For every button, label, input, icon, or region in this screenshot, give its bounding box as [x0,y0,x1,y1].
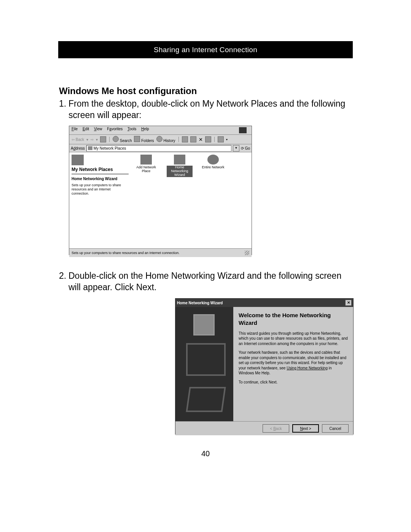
info-pane-subtitle: Home Networking Wizard [72,177,129,181]
icon-add-network-place[interactable]: Add Network Place [133,155,159,173]
wizard-graphic [175,307,233,421]
icon-area: Add Network Place Home Networking Wizard… [131,152,252,248]
address-value: My Network Places [94,146,126,150]
printer-icon [194,315,213,334]
search-icon [113,136,119,142]
step-1: 1.From the desktop, double-click on My N… [59,98,354,121]
up-icon[interactable] [100,136,106,142]
add-network-place-icon [140,155,152,165]
moveto-icon[interactable] [182,136,188,142]
wizard-paragraph-3: To continue, click Next. [239,380,348,385]
folders-icon [134,136,140,142]
page-banner: Sharing an Internet Connection [58,41,353,58]
wizard-paragraph-1: This wizard guides you through setting u… [239,331,348,347]
address-label: Address [71,146,85,150]
step-2-number: 2. [59,270,68,282]
delete-button[interactable]: ✕ [199,137,203,142]
menu-file[interactable]: FFileile [72,127,78,131]
close-button[interactable]: ✕ [345,300,352,306]
next-button[interactable]: Next > [292,424,319,433]
resize-grip-icon[interactable] [245,251,249,255]
status-bar: Sets up your computers to share resource… [69,248,252,257]
page-number: 40 [0,449,411,458]
toolbar: ⇦ Back ▾ ⇨ ▾ Search Folders History ✕ ▾ [69,135,252,144]
monitor-icon [186,343,226,376]
folders-button[interactable]: Folders [134,136,154,143]
computer-icon [88,146,92,150]
laptop-icon [186,387,226,412]
menu-bar: FFileile Edit View Favorites Tools Help [69,126,252,135]
step-2: 2.Double-click on the Home Networking Wi… [59,270,354,293]
status-text: Sets up your computers to share resource… [72,251,180,255]
section-heading: Windows Me host configuration [59,86,197,96]
step-1-number: 1. [59,98,68,110]
menu-favorites[interactable]: Favorites [107,127,123,131]
wizard-text: Welcome to the Home Networking Wizard Th… [233,307,353,421]
using-home-networking-link[interactable]: Using Home Networking [287,366,328,370]
wizard-titlebar: Home Networking Wizard ✕ [175,299,353,307]
info-pane: My Network Places Home Networking Wizard… [69,152,131,248]
menu-tools[interactable]: Tools [127,127,136,131]
icon-label: Home Networking Wizard [167,166,193,177]
icon-label: Entire Network [200,166,226,169]
copyto-icon[interactable] [190,136,196,142]
address-bar: Address My Network Places ▼ ⟳ Go [69,144,252,152]
info-pane-desc: Sets up your computers to share resource… [72,183,129,195]
info-pane-title: My Network Places [72,167,129,172]
history-icon [156,136,162,142]
back-button[interactable]: ⇦ Back [72,137,84,142]
history-button[interactable]: History [156,136,175,143]
icon-entire-network[interactable]: Entire Network [200,155,226,169]
windows-logo-icon [239,127,247,133]
address-input[interactable]: My Network Places [86,145,231,152]
step-1-text: From the desktop, double-click on My Net… [68,98,350,121]
forward-button[interactable]: ⇨ [91,137,94,142]
step-2-text: Double-click on the Home Networking Wiza… [68,270,350,293]
home-networking-wizard-icon [174,155,185,165]
views-icon[interactable] [218,136,224,142]
wizard-heading: Welcome to the Home Networking Wizard [239,312,348,327]
entire-network-icon [207,155,219,165]
wizard-paragraph-2: Your network hardware, such as the devic… [239,350,348,376]
wizard-dialog: Home Networking Wizard ✕ Welcome to the … [175,298,354,435]
explorer-window: FFileile Edit View Favorites Tools Help … [69,126,252,255]
icon-home-networking-wizard[interactable]: Home Networking Wizard [167,155,193,177]
icon-label: Add Network Place [133,166,159,173]
back-button: < Back [263,424,289,433]
address-dropdown[interactable]: ▼ [233,145,239,152]
menu-help[interactable]: Help [141,127,149,131]
search-button[interactable]: Search [113,136,132,143]
wizard-title: Home Networking Wizard [177,301,223,305]
menu-view[interactable]: View [94,127,102,131]
cancel-button[interactable]: Cancel [322,424,349,433]
wizard-buttons: < Back Next > Cancel [175,421,353,435]
go-button[interactable]: ⟳ Go [241,146,250,150]
menu-edit[interactable]: Edit [83,127,89,131]
network-places-icon [72,155,84,165]
undo-icon[interactable] [205,136,211,142]
